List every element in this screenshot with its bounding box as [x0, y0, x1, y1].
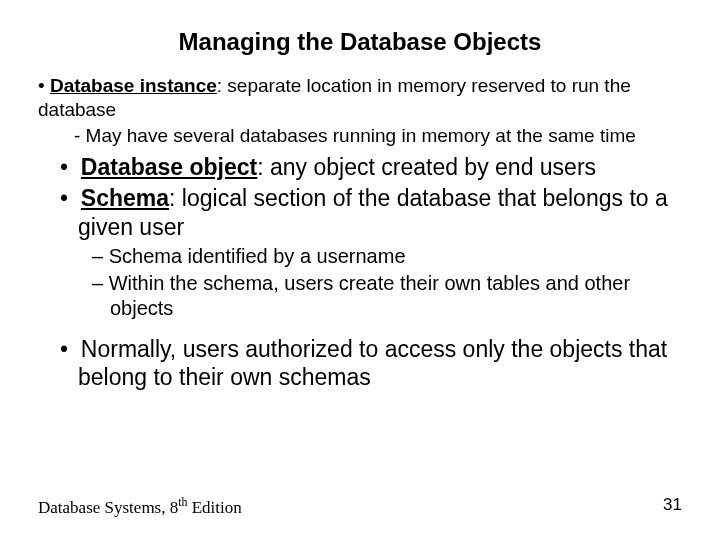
bullet-db-instance: • Database instance: separate location i…	[38, 74, 688, 122]
term-db-object: Database object	[81, 154, 257, 180]
slide: Managing the Database Objects • Database…	[0, 0, 720, 540]
slide-title: Managing the Database Objects	[0, 0, 720, 74]
term-db-instance: Database instance	[50, 75, 217, 96]
footer-book-title: Database Systems, 8th Edition	[38, 495, 242, 518]
def-db-object: : any object created by end users	[257, 154, 596, 180]
slide-footer: Database Systems, 8th Edition 31	[38, 495, 682, 518]
page-number: 31	[663, 495, 682, 515]
bullet-schema: • Schema: logical section of the databas…	[60, 184, 688, 242]
bullet-authorization: • Normally, users authorized to access o…	[60, 335, 688, 393]
sub-schema-1: – Schema identified by a username	[92, 244, 688, 269]
slide-content: • Database instance: separate location i…	[0, 74, 720, 392]
bullet-db-object: • Database object: any object created by…	[60, 153, 688, 182]
sub-schema-2: – Within the schema, users create their …	[92, 271, 688, 321]
term-schema: Schema	[81, 185, 169, 211]
sub-db-instance: - May have several databases running in …	[74, 124, 688, 148]
